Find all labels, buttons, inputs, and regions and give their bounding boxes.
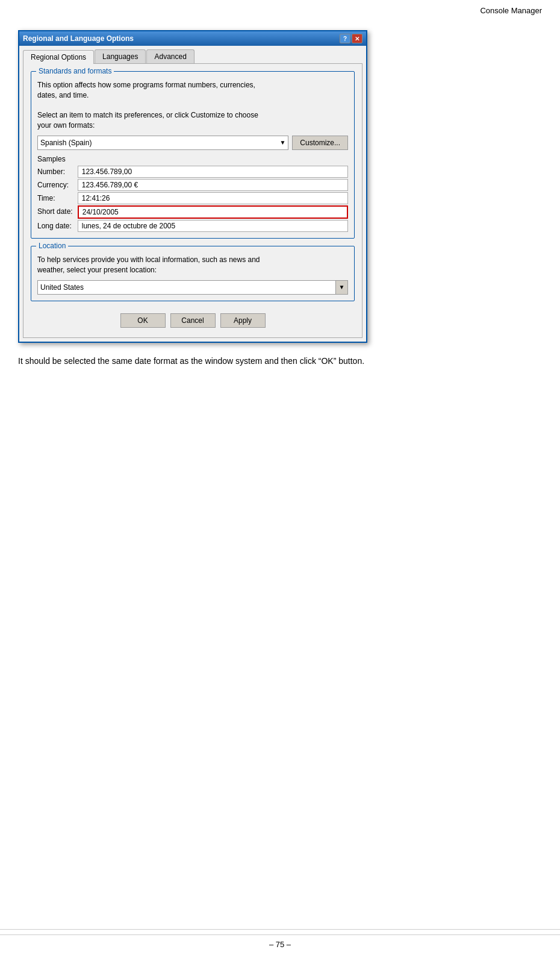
- customize-button[interactable]: Customize...: [292, 136, 348, 150]
- location-group-content: To help services provide you with local …: [37, 252, 348, 295]
- samples-grid: Number: 123.456.789,00 Currency: 123.456…: [37, 166, 348, 232]
- short-date-label: Short date:: [37, 205, 73, 219]
- location-dropdown-arrow-icon: ▼: [339, 284, 345, 290]
- dialog-window: Regional and Language Options ? ✕ Region…: [18, 30, 367, 343]
- standards-group: Standards and formats This option affect…: [31, 71, 355, 239]
- tab-regional-options[interactable]: Regional Options: [23, 50, 94, 64]
- cancel-button[interactable]: Cancel: [170, 313, 216, 328]
- time-label: Time:: [37, 192, 73, 204]
- body-text: It should be selected the same date form…: [18, 355, 542, 368]
- standards-group-content: This option affects how some programs fo…: [37, 78, 348, 232]
- short-date-value: 24/10/2005: [78, 205, 348, 219]
- tabs-container: Regional Options Languages Advanced: [19, 46, 366, 63]
- location-dropdown-arrow-button[interactable]: ▼: [336, 280, 348, 295]
- close-button[interactable]: ✕: [352, 34, 362, 43]
- standards-group-title: Standards and formats: [36, 67, 114, 75]
- titlebar-buttons: ? ✕: [340, 34, 362, 43]
- locale-dropdown-row: Spanish (Spain) ▼ Customize...: [37, 136, 348, 150]
- location-description: To help services provide you with local …: [37, 255, 348, 275]
- long-date-value: lunes, 24 de octubre de 2005: [78, 220, 348, 232]
- location-group-title: Location: [36, 242, 68, 250]
- ok-button[interactable]: OK: [120, 313, 166, 328]
- time-value: 12:41:26: [78, 192, 348, 204]
- samples-title: Samples: [37, 155, 348, 163]
- standards-description: This option affects how some programs fo…: [37, 80, 348, 131]
- location-value: United States: [40, 283, 84, 292]
- location-dropdown[interactable]: United States: [37, 280, 336, 295]
- locale-dropdown-arrow-icon: ▼: [279, 139, 285, 146]
- help-button[interactable]: ?: [340, 34, 350, 43]
- locale-value: Spanish (Spain): [40, 139, 92, 147]
- page-footer: – 75 –: [0, 929, 560, 949]
- page-header: Console Manager: [0, 0, 560, 18]
- dialog-title: Regional and Language Options: [23, 34, 340, 43]
- apply-button[interactable]: Apply: [220, 313, 266, 328]
- dialog-body: Standards and formats This option affect…: [23, 63, 362, 338]
- currency-value: 123.456.789,00 €: [78, 179, 348, 191]
- dialog-titlebar: Regional and Language Options ? ✕: [19, 31, 366, 46]
- page-content: Regional and Language Options ? ✕ Region…: [0, 18, 560, 380]
- currency-label: Currency:: [37, 179, 73, 191]
- number-value: 123.456.789,00: [78, 166, 348, 178]
- page-number: – 75 –: [269, 940, 291, 949]
- tab-advanced[interactable]: Advanced: [146, 49, 194, 63]
- location-group: Location To help services provide you wi…: [31, 246, 355, 301]
- tab-languages[interactable]: Languages: [95, 49, 146, 63]
- locale-dropdown[interactable]: Spanish (Spain) ▼: [37, 136, 288, 150]
- dialog-buttons: OK Cancel Apply: [31, 308, 355, 330]
- long-date-label: Long date:: [37, 220, 73, 232]
- location-dropdown-row: United States ▼: [37, 280, 348, 295]
- header-title: Console Manager: [480, 6, 542, 15]
- number-label: Number:: [37, 166, 73, 178]
- footer-separator: [0, 934, 560, 935]
